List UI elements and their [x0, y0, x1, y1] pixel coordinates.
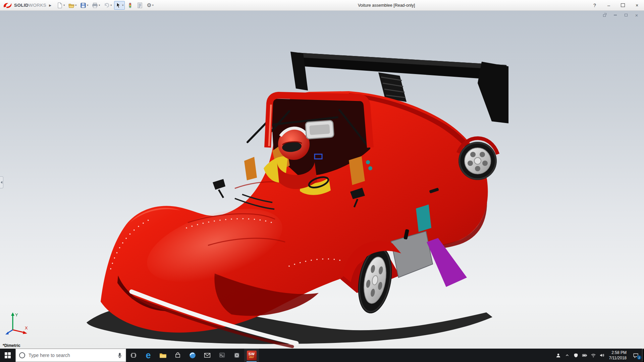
- task-view-icon: [130, 352, 137, 358]
- gray-app-icon: [234, 352, 240, 358]
- solidworks-logo: SOLIDWORKS: [3, 2, 46, 9]
- doc-close-button[interactable]: ×: [633, 12, 640, 18]
- help-button[interactable]: ?: [588, 0, 602, 10]
- minimize-button[interactable]: –: [602, 0, 616, 10]
- toolbar-flyout-arrow[interactable]: ▶: [49, 4, 51, 7]
- dropdown-caret-icon[interactable]: ▾: [99, 4, 100, 7]
- doc-maximize-button[interactable]: [623, 12, 629, 18]
- options-button[interactable]: ⚙ ▾: [145, 1, 155, 10]
- taskbar-clock[interactable]: 2:58 PM 7/11/2018: [606, 350, 630, 361]
- doc-minimize-icon: [614, 15, 617, 15]
- wing-endplate-right: [478, 62, 508, 123]
- doc-restore-icon: [603, 14, 606, 17]
- new-document-icon: [57, 2, 63, 8]
- save-button[interactable]: ▾: [79, 1, 90, 10]
- intake-orange-outer-left: [244, 157, 257, 180]
- doc-restore-button[interactable]: [601, 12, 608, 18]
- battery-icon: [582, 353, 587, 358]
- document-window-controls: ×: [601, 12, 640, 18]
- dropdown-caret-icon[interactable]: ▾: [75, 4, 76, 7]
- undo-button[interactable]: ▾: [102, 1, 113, 10]
- file-properties-button[interactable]: [136, 1, 144, 10]
- options-gear-icon: ⚙: [147, 3, 151, 8]
- dropdown-caret-icon[interactable]: ▾: [152, 4, 154, 7]
- gray-app-button[interactable]: [229, 349, 244, 362]
- file-explorer-icon: [159, 352, 167, 358]
- app-titlebar: SOLIDWORKS ▶ ▾ ▾ ▾ ▾ ▾: [0, 0, 644, 11]
- window-controls: ? – ×: [588, 0, 644, 10]
- volume-icon: [599, 353, 605, 358]
- store-button[interactable]: [170, 349, 185, 362]
- file-properties-icon: [137, 2, 143, 8]
- clock-date: 7/11/2018: [609, 355, 627, 361]
- brand-wordmark: SOLIDWORKS: [14, 3, 46, 8]
- view-orientation-label: *Dimetric: [3, 343, 20, 348]
- document-title: Voiture assemblee [Read-only]: [358, 3, 415, 8]
- file-explorer-button[interactable]: [156, 349, 170, 362]
- doc-minimize-button[interactable]: [612, 12, 619, 18]
- edge-icon: e: [146, 351, 151, 360]
- blue-circle-app-button[interactable]: [185, 349, 200, 362]
- dropdown-caret-icon[interactable]: ▾: [122, 4, 123, 7]
- car-model[interactable]: [0, 11, 644, 349]
- taskbar-search[interactable]: [15, 349, 126, 362]
- close-button[interactable]: ×: [630, 0, 644, 10]
- wifi-icon: [591, 353, 596, 358]
- save-floppy-icon: [80, 2, 86, 8]
- select-cursor-icon: [115, 2, 121, 8]
- dropdown-caret-icon[interactable]: ▾: [110, 4, 112, 7]
- store-bag-icon: [175, 352, 181, 358]
- open-folder-icon: [68, 2, 74, 8]
- task-view-button[interactable]: [126, 349, 141, 362]
- triad-x-label: X: [25, 325, 28, 330]
- console-window-icon: [219, 352, 225, 358]
- console-button[interactable]: [215, 349, 229, 362]
- rear-right-wheel: [458, 138, 498, 180]
- ds-logo-icon: [3, 2, 13, 9]
- action-center-button[interactable]: 2: [629, 349, 642, 362]
- open-button[interactable]: ▾: [67, 1, 78, 10]
- tray-overflow-button[interactable]: [563, 349, 572, 362]
- mail-button[interactable]: [200, 349, 215, 362]
- show-desktop-button[interactable]: [642, 349, 644, 362]
- select-button[interactable]: ▾: [114, 1, 125, 10]
- search-input[interactable]: [28, 352, 114, 358]
- microphone-icon: [117, 353, 122, 358]
- cortana-icon: [19, 352, 25, 358]
- doc-maximize-icon: [625, 14, 628, 16]
- doc-close-icon: ×: [635, 13, 638, 18]
- quick-access-toolbar: ▾ ▾ ▾ ▾ ▾ ▾: [55, 1, 155, 10]
- print-icon: [92, 2, 98, 8]
- edge-button[interactable]: e: [141, 349, 156, 362]
- solidworks-taskbar-button[interactable]: SW 2017: [244, 349, 259, 362]
- microphone-button[interactable]: [117, 353, 122, 358]
- maximize-button[interactable]: [616, 0, 630, 10]
- person-icon: [556, 353, 561, 358]
- side-window-teal: [416, 204, 431, 232]
- chevron-up-icon: [565, 353, 570, 358]
- mirror-left: [213, 179, 225, 190]
- undo-icon: [104, 2, 110, 8]
- graphics-viewport[interactable]: ×: [0, 11, 644, 349]
- notification-badge: 2: [637, 355, 641, 360]
- clock-time: 2:58 PM: [611, 350, 627, 355]
- rebuild-button[interactable]: [126, 1, 135, 10]
- windows-logo-icon: [5, 352, 11, 358]
- network-button[interactable]: [589, 349, 598, 362]
- volume-button[interactable]: [598, 349, 606, 362]
- reference-triad: Y X: [4, 310, 32, 337]
- triad-y-label: Y: [15, 312, 18, 317]
- security-button[interactable]: [572, 349, 580, 362]
- screen: SOLIDWORKS ▶ ▾ ▾ ▾ ▾ ▾: [0, 0, 644, 362]
- print-button[interactable]: ▾: [91, 1, 101, 10]
- people-button[interactable]: [554, 349, 563, 362]
- maximize-icon: [621, 3, 625, 7]
- battery-button[interactable]: [580, 349, 589, 362]
- mail-icon: [204, 353, 211, 358]
- rebuild-traffic-light-icon: [127, 2, 133, 8]
- new-document-button[interactable]: ▾: [55, 1, 66, 10]
- dropdown-caret-icon[interactable]: ▾: [63, 4, 65, 7]
- taskbar: e SW 2017: [0, 349, 644, 362]
- start-button[interactable]: [0, 349, 15, 362]
- dropdown-caret-icon[interactable]: ▾: [87, 4, 88, 7]
